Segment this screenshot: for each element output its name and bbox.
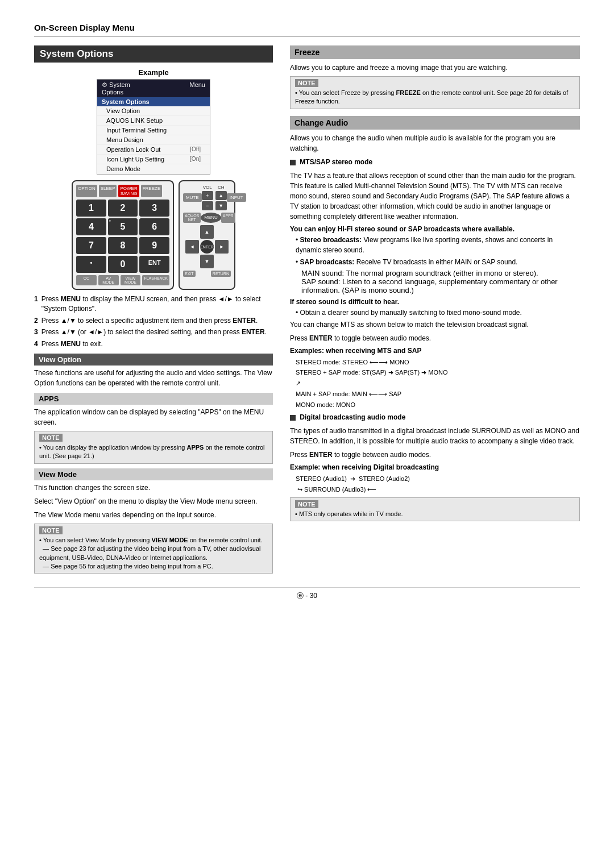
dpad-left[interactable]: ◄: [185, 240, 199, 254]
step-3: 3 Press ▲/▼ (or ◄/►) to select the desir…: [34, 327, 273, 337]
power-button[interactable]: POWERSAVING: [118, 185, 139, 197]
freeze-section: Freeze Allows you to capture and freeze …: [290, 45, 580, 109]
num-2[interactable]: 2: [108, 200, 138, 217]
sleep-button[interactable]: SLEEP: [99, 185, 117, 197]
ch-up[interactable]: ▲: [215, 191, 227, 200]
num-1[interactable]: 1: [76, 200, 106, 217]
flashback-button[interactable]: FLASHBACK: [142, 275, 169, 285]
num-7[interactable]: 7: [76, 237, 106, 254]
freeze-button[interactable]: FREEZE: [141, 185, 163, 197]
remote-left: OPTION SLEEP POWERSAVING FREEZE 1 2 3 4 …: [72, 180, 174, 290]
vol-down[interactable]: −: [202, 201, 213, 210]
apps-button[interactable]: APPS: [221, 213, 235, 223]
difficult-heading: If stereo sound is difficult to hear.: [290, 298, 580, 306]
dpad-empty-bl: [185, 255, 199, 268]
num-9[interactable]: 9: [139, 237, 169, 254]
numpad: 1 2 3 4 5° 6 7 8 9 • 0 ENT: [76, 200, 169, 273]
example-digital-heading: Example: when receiving Digital broadcas…: [290, 463, 580, 471]
menu-button[interactable]: MENU: [201, 213, 221, 223]
menu-item-view-option[interactable]: View Option: [97, 106, 210, 116]
page-header: On-Screen Display Menu: [34, 23, 580, 36]
apps-note-label: NOTE: [39, 434, 63, 442]
step-4-num: 4: [34, 339, 38, 349]
steps: 1 Press MENU to display the MENU screen,…: [34, 294, 273, 349]
apps-text: The application window can be displayed …: [34, 407, 273, 427]
sap-bullet: SAP broadcasts: Receive TV broadcasts in…: [296, 257, 580, 267]
change-audio-heading: Change Audio: [290, 116, 580, 130]
vol-up[interactable]: +: [202, 191, 213, 200]
menu-item-input[interactable]: Input Terminal Setting: [97, 126, 210, 135]
view-mode-note: NOTE • You can select View Mode by press…: [34, 524, 273, 574]
digital-flow1: STEREO (Audio1) ➜ STEREO (Audio2): [296, 474, 580, 484]
num-0[interactable]: 0: [108, 256, 138, 273]
view-option-text: These functions are useful for adjusting…: [34, 368, 273, 388]
digital-flows: STEREO (Audio1) ➜ STEREO (Audio2) ↪ SURR…: [296, 474, 580, 495]
menu-submenu: System Options: [97, 97, 210, 106]
enter-button[interactable]: ENTER: [200, 240, 214, 254]
step-4-text: Press MENU to exit.: [42, 339, 103, 349]
digital-flow2: ↪ SURROUND (Audio3) ⟵: [296, 484, 580, 495]
difficult-bullet: Obtain a clearer sound by manually switc…: [296, 308, 580, 318]
vol-ch-controls: VOL + − CH ▲ ▼: [202, 185, 227, 210]
view-option-heading: View Option: [34, 354, 273, 366]
view-mode-note-text: • You can select View Mode by pressing V…: [39, 536, 268, 571]
dpad-empty-tr: [215, 225, 229, 239]
menu-item-aquos[interactable]: AQUOS LINK Setup: [97, 116, 210, 126]
viewmode-button[interactable]: VIEW MODE: [121, 275, 141, 285]
menu-item-icon-light[interactable]: Icon Light Up Setting [On]: [97, 155, 210, 164]
mts-sap-heading-text: MTS/SAP stereo mode: [300, 158, 372, 166]
operation-lock-value: [Off]: [190, 146, 201, 153]
digital-heading: Digital broadcasting audio mode: [290, 412, 580, 422]
num-4[interactable]: 4: [76, 218, 106, 235]
option-button[interactable]: OPTION: [76, 185, 97, 197]
mts-flow1: STEREO mode: STEREO ⟵⟶ MONO: [296, 357, 580, 368]
step-2: 2 Press ▲/▼ to select a specific adjustm…: [34, 316, 273, 326]
ch-group: CH ▲ ▼: [215, 185, 227, 210]
remote-area: OPTION SLEEP POWERSAVING FREEZE 1 2 3 4 …: [34, 180, 273, 290]
page-header-title: On-Screen Display Menu: [34, 23, 580, 32]
stereo-bullet: Stereo broadcasts: View programs like li…: [296, 235, 580, 255]
num-8[interactable]: 8: [108, 237, 138, 254]
dpad-empty-br: [215, 255, 229, 268]
apps-note: NOTE • You can display the application w…: [34, 431, 273, 464]
step-1-num: 1: [34, 294, 38, 314]
input-button[interactable]: INPUT: [227, 193, 246, 202]
mute-button[interactable]: MUTE: [183, 193, 202, 202]
exit-button[interactable]: EXIT: [183, 271, 196, 277]
page-number: ⓔ - 30: [34, 587, 580, 601]
main-sound: MAIN sound: The normal program soundtrac…: [301, 269, 580, 277]
gear-icon: ⚙: [102, 81, 107, 88]
menu-item-operation-lock[interactable]: Operation Lock Out [Off]: [97, 145, 210, 155]
num-dot[interactable]: •: [76, 256, 106, 273]
dpad-down[interactable]: ▼: [200, 255, 214, 268]
enter-toggle-text: Press ENTER to toggle between audio mode…: [290, 333, 580, 343]
num-ent[interactable]: ENT: [139, 256, 169, 273]
left-column: System Options Example ⚙ SystemOptions M…: [34, 45, 273, 576]
cc-button[interactable]: CC: [76, 275, 97, 285]
dpad-up[interactable]: ▲: [200, 225, 214, 239]
ch-down[interactable]: ▼: [215, 201, 227, 210]
aquos-net-button[interactable]: AQUOSNET: [183, 213, 201, 223]
step-1: 1 Press MENU to display the MENU screen,…: [34, 294, 273, 314]
step-2-num: 2: [34, 316, 38, 326]
apps-heading: APPS: [34, 393, 273, 405]
mts-sap-text: The TV has a feature that allows recepti…: [290, 171, 580, 222]
menu-mockup: ⚙ SystemOptions Menu System Options View…: [97, 79, 210, 175]
right-remote-bottom: EXIT RETURN: [183, 271, 231, 277]
menu-item-menu-design[interactable]: Menu Design: [97, 135, 210, 145]
mts-flow2: STEREO + SAP mode: ST(SAP) ➜ SAP(ST) ➜ M…: [296, 367, 580, 378]
num-5[interactable]: 5°: [108, 218, 138, 235]
mts-flow3: ↗: [296, 378, 580, 389]
vol-group: VOL + −: [202, 185, 213, 210]
menu-item-demo[interactable]: Demo Mode: [97, 164, 210, 174]
mts-change-text: You can change MTS as shown below to mat…: [290, 319, 580, 330]
num-6[interactable]: 6: [139, 218, 169, 235]
avmode-button[interactable]: AV MODE: [98, 275, 119, 285]
view-mode-text2: Select "View Option" on the menu to disp…: [34, 496, 273, 506]
return-button[interactable]: RETURN: [211, 271, 231, 277]
dpad: ▲ ◄ ENTER ► ▼: [185, 225, 229, 268]
example-label: Example: [34, 68, 273, 77]
icon-light-label: Icon Light Up Setting: [106, 156, 164, 163]
num-3[interactable]: 3: [139, 200, 169, 217]
dpad-right[interactable]: ►: [215, 240, 229, 254]
